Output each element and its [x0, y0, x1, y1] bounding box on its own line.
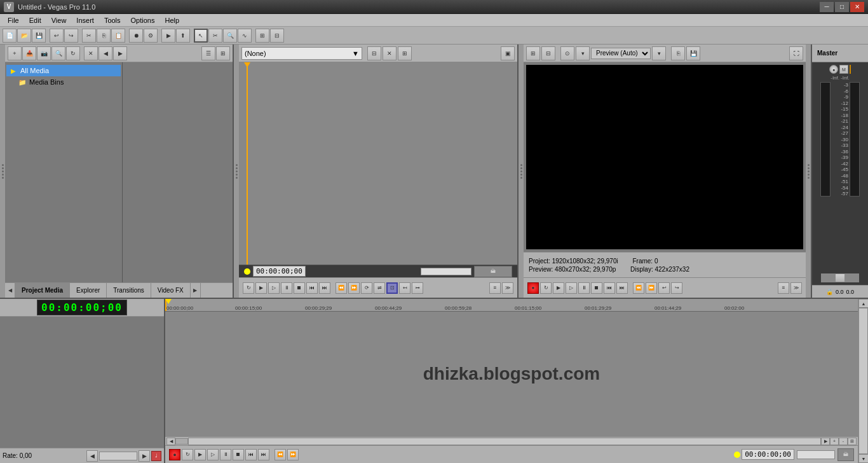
capture-button[interactable]: 📷 — [37, 46, 51, 60]
maximize-button[interactable]: □ — [835, 2, 849, 12]
timeline-loop-btn[interactable]: ↻ — [182, 449, 193, 460]
menu-view[interactable]: View — [46, 15, 72, 25]
cut-button[interactable]: ✂ — [82, 29, 96, 43]
preview-extra1[interactable]: ≡ — [778, 282, 789, 294]
trim-marker2-btn[interactable]: ↦ — [412, 282, 423, 294]
tab-scroll-left[interactable]: ◀ — [5, 283, 15, 298]
timeline-stop-btn[interactable]: ⏹ — [233, 449, 244, 460]
scroll-up-btn[interactable]: ▲ — [858, 299, 868, 308]
right-drag-handle[interactable] — [519, 45, 524, 298]
tree-item-all-media[interactable]: ▶ All Media — [6, 65, 121, 76]
fit-timeline[interactable]: ⊞ — [848, 438, 857, 445]
master-drag-handle[interactable] — [806, 45, 811, 298]
trim-play-btn[interactable]: ▶ — [255, 282, 267, 294]
export-button[interactable]: ⬆ — [176, 29, 190, 43]
tab-explorer[interactable]: Explorer — [70, 283, 107, 298]
minimize-button[interactable]: ─ — [820, 2, 834, 12]
master-knob-btn[interactable]: ● — [829, 65, 838, 74]
preview-prev-frame-btn[interactable]: ⏮ — [604, 282, 615, 294]
trim-scrub-btn[interactable]: ⊡ — [386, 282, 398, 294]
preview-next-marker-btn[interactable]: ⏩ — [646, 282, 657, 294]
close-button[interactable]: ✕ — [850, 2, 864, 12]
trim-btn-1[interactable]: ⊟ — [367, 46, 381, 60]
trim-jog-btn[interactable]: ⟳ — [361, 282, 372, 294]
trim-dropdown[interactable]: (None) ▼ — [241, 47, 362, 60]
master-mute-btn[interactable]: M — [839, 65, 848, 74]
menu-help[interactable]: Help — [159, 15, 184, 25]
preview-play-sel-btn[interactable]: ▷ — [566, 282, 577, 294]
view-details-btn[interactable]: ⊞ — [216, 46, 230, 60]
preview-play-btn[interactable]: ▶ — [553, 282, 564, 294]
trim-extra-btn2[interactable]: ≫ — [502, 282, 513, 294]
timeline-play-btn[interactable]: ▶ — [194, 449, 206, 460]
left-drag-handle[interactable] — [0, 45, 5, 298]
envelope-tool[interactable]: ∿ — [238, 29, 252, 43]
refresh-button[interactable]: ↻ — [66, 46, 80, 60]
delete-media-button[interactable]: ✕ — [84, 46, 98, 60]
preview-extra2[interactable]: ≫ — [790, 282, 802, 294]
trim-shuttle-btn[interactable]: ⇌ — [374, 282, 385, 294]
tab-transitions[interactable]: Transitions — [107, 283, 151, 298]
preview-btn4[interactable]: ▾ — [576, 46, 590, 60]
trim-btn-3[interactable]: ⊞ — [398, 46, 412, 60]
trim-play-sel-btn[interactable]: ▷ — [268, 282, 280, 294]
split-tool[interactable]: ✂ — [208, 29, 222, 43]
preview-next-frame-btn[interactable]: ⏭ — [616, 282, 628, 294]
preview-quality-select[interactable]: Preview (Auto) Best (Full) Good (Half) D… — [591, 48, 651, 59]
timeline-rate-down[interactable]: ◀ — [86, 450, 98, 462]
timeline-track-area[interactable]: dhizka.blogspot.com — [165, 312, 858, 436]
zoom-out-timeline[interactable]: - — [839, 438, 848, 445]
trim-pause-btn[interactable]: ⏸ — [281, 282, 292, 294]
preview-loop-btn[interactable]: ↻ — [540, 282, 552, 294]
trim-btn-4[interactable]: ▣ — [501, 46, 515, 60]
grid-button[interactable]: ⊟ — [270, 29, 284, 43]
undo-button[interactable]: ↩ — [50, 29, 64, 43]
middle-drag-handle[interactable] — [234, 45, 239, 298]
menu-options[interactable]: Options — [126, 15, 160, 25]
zoom-in-timeline[interactable]: + — [830, 438, 839, 445]
timeline-fast-btn[interactable]: ⏩ — [287, 449, 299, 460]
timeline-prev-btn[interactable]: ⏮ — [245, 449, 257, 460]
scroll-right-btn[interactable]: ▶ — [821, 438, 830, 445]
timeline-record-btn[interactable]: ● — [169, 449, 180, 460]
new-button[interactable]: 📄 — [3, 29, 17, 43]
preview-save-btn[interactable]: 💾 — [686, 46, 700, 60]
timeline-next-btn[interactable]: ⏭ — [258, 449, 269, 460]
scroll-left-btn[interactable]: ◀ — [166, 438, 175, 445]
tab-project-media[interactable]: Project Media — [15, 283, 70, 298]
render-button[interactable]: ▶ — [161, 29, 175, 43]
search-media-button[interactable]: 🔍 — [51, 46, 65, 60]
scroll-down-btn[interactable]: ▼ — [858, 454, 868, 463]
preview-fullscreen-btn[interactable]: ⛶ — [789, 46, 803, 60]
zoom-tool[interactable]: 🔍 — [223, 29, 237, 43]
trim-loop-btn[interactable]: ↻ — [243, 282, 254, 294]
preview-pause-btn[interactable]: ⏸ — [578, 282, 590, 294]
save-button[interactable]: 💾 — [32, 29, 46, 43]
tab-scroll-right[interactable]: ▶ — [191, 283, 201, 298]
preview-fast-btn[interactable]: ↪ — [671, 282, 682, 294]
preview-btn2[interactable]: ⊟ — [541, 46, 555, 60]
paste-button[interactable]: 📋 — [111, 29, 125, 43]
preview-stop-btn[interactable]: ⏹ — [591, 282, 602, 294]
redo-button[interactable]: ↪ — [64, 29, 78, 43]
preview-btn3[interactable]: ⊙ — [560, 46, 574, 60]
preview-btn5[interactable]: ▾ — [652, 46, 666, 60]
vscroll-track[interactable] — [858, 308, 868, 454]
trim-prev-frame-btn[interactable]: ⏮ — [306, 282, 318, 294]
prev-btn[interactable]: ◀ — [98, 46, 112, 60]
scrollbar-thumb[interactable] — [175, 438, 188, 445]
tree-item-media-bins[interactable]: 📁 Media Bins — [6, 76, 121, 88]
menu-edit[interactable]: Edit — [24, 15, 46, 25]
timeline-rate-up[interactable]: ▶ — [139, 450, 150, 462]
timeline-rate-slider[interactable] — [99, 452, 137, 460]
open-button[interactable]: 📂 — [17, 29, 31, 43]
preview-record-btn[interactable]: ● — [527, 282, 539, 294]
trim-next-frame-btn[interactable]: ⏭ — [319, 282, 330, 294]
timeline-play-sel-btn[interactable]: ▷ — [207, 449, 219, 460]
preview-btn1[interactable]: ⊞ — [526, 46, 540, 60]
timeline-slow-btn[interactable]: ⏪ — [275, 449, 286, 460]
menu-file[interactable]: File — [3, 15, 24, 25]
next-btn[interactable]: ▶ — [113, 46, 127, 60]
trim-stop-btn[interactable]: ⏹ — [294, 282, 305, 294]
select-tool[interactable]: ↖ — [194, 29, 208, 43]
